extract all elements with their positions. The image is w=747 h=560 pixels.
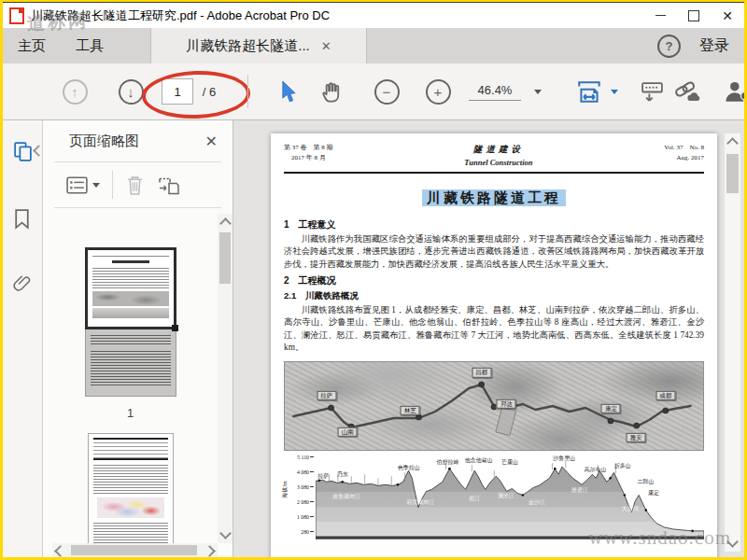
scroll-right-icon[interactable] [204,545,216,557]
help-icon[interactable]: ? [657,35,681,58]
next-page-button[interactable]: ↓ [115,63,147,119]
mountain-label: 芒康山 [501,458,518,467]
thumbnail-page-1[interactable] [85,247,176,397]
thumbnail-1-offscreen-area [85,329,176,397]
scroll-up-icon[interactable] [219,217,232,230]
panel-title: 页面缩略图 [69,133,139,150]
mountain-label: 拉萨 [317,472,329,481]
scroll-up-icon[interactable] [726,137,739,149]
close-button[interactable]: ✕ [711,3,744,28]
crop-pages-button[interactable] [157,175,181,196]
panel-horizontal-scrollbar[interactable] [52,543,218,557]
link-cloud-icon [672,79,701,104]
thumbnail-page-2[interactable] [88,433,174,543]
share-link-button[interactable] [669,63,703,119]
select-tool-button[interactable] [272,63,303,119]
section-2-heading: 2 工程概况 [284,274,704,287]
thumbnail-options-button[interactable] [65,175,100,195]
mountain-label: 沙鲁里山 [553,455,575,463]
map-city-label: 邦达 [497,399,516,409]
page-number-field[interactable] [163,63,191,119]
delete-pages-button[interactable] [125,175,145,196]
mountain-label: 伯舒拉岭 [436,458,458,467]
content-area: 页面缩略图 ✕ [3,120,744,557]
sign-in-button[interactable]: 登录 [699,36,729,56]
route-map-image: 拉萨山南林芝昌都邦达康定雅安成都 [284,361,704,451]
fill-sign-icon [640,79,665,105]
view-area-resize-handle[interactable] [172,325,178,331]
person-icon [724,79,744,104]
river-label: 雅砻江 [571,486,588,495]
panel-close-icon[interactable]: ✕ [205,133,218,150]
fit-width-icon [575,79,603,105]
hand-tool-button[interactable] [317,63,348,119]
thumbnails-toolbar [43,162,233,207]
attachments-rail-button[interactable] [12,273,32,293]
mountain-label: 二郎山 [638,478,655,486]
bookmark-icon [12,208,32,230]
thumbnail-1-visible-area[interactable] [85,247,176,329]
minus-icon: − [374,79,400,105]
section-2-1-paragraph: 川藏铁路线路布置见图 1，从成都经雅安、康定、昌都、林芝、山南到拉萨，依次穿越二… [284,304,704,355]
chevron-down-icon [534,90,542,94]
window-controls: ✕ [643,3,744,28]
selected-title-text[interactable]: 川藏铁路隧道工程 [422,189,566,206]
axis-tick: 2 080 [297,499,314,505]
minimize-icon [655,15,666,16]
fit-options-dropdown[interactable] [608,63,621,119]
map-city-label: 昌都 [472,368,491,377]
menubar-right: ? 登录 [657,28,744,63]
thumbnail-geo-map-image [97,497,164,518]
map-city-label: 拉萨 [317,390,336,399]
header-rule [284,172,704,174]
thumbnails-panel-header: 页面缩略图 ✕ [43,120,233,161]
screenshot-root: 川藏铁路超长隧道工程研究.pdf - Adobe Acrobat Pro DC … [0,0,747,560]
page-thumbnails-rail-button[interactable] [12,141,34,162]
bookmarks-rail-button[interactable] [12,208,32,230]
divider [112,171,113,199]
fit-width-button[interactable] [571,63,608,119]
map-city-label: 山南 [338,427,358,437]
scroll-down-icon[interactable] [219,527,232,539]
document-tab[interactable]: 川藏铁路超长隧道... ✕ [150,28,367,63]
river-label: 怒江 [470,495,481,503]
title-bar: 川藏铁路超长隧道工程研究.pdf - Adobe Acrobat Pro DC … [3,3,744,28]
crop-pages-icon [157,175,181,196]
scroll-left-icon[interactable] [54,545,66,557]
minimize-button[interactable] [643,3,677,28]
axis-tick: 5 110 [297,455,314,460]
menu-bar: 主页 工具 川藏铁路超长隧道... ✕ ? 登录 [3,28,744,63]
panel-scrollbar-thumb[interactable] [219,232,231,284]
fill-sign-button[interactable] [636,63,668,119]
mountain-label: 他念他翁山 [465,456,493,465]
document-tab-close-icon[interactable]: ✕ [321,39,331,53]
people-share-button[interactable] [720,63,744,119]
page-count: / 6 [195,63,223,119]
zoom-level-field[interactable]: 46.4% [465,63,525,119]
panel-hscrollbar-thumb[interactable] [71,545,197,555]
divider [54,207,221,208]
document-vertical-scrollbar[interactable] [725,133,740,552]
river-label: 易贡藏布江 [406,498,434,507]
mountain-label: 高尔寺山 [585,466,607,474]
journal-header: 第 37 卷 第 8 期 2017 年 8 月 隧道建设 Tunnel Cons… [284,143,704,169]
acrobat-window: 川藏铁路超长隧道工程研究.pdf - Adobe Acrobat Pro DC … [3,2,744,557]
previous-page-button[interactable]: ↑ [59,63,91,119]
acrobat-app-icon [9,7,24,24]
article-title: 川藏铁路隧道工程 [284,189,704,207]
axis-tick: 280 [301,529,314,535]
zoom-in-button[interactable]: + [422,63,454,119]
mountain-label: 色季拉山 [398,464,420,472]
zoom-out-button[interactable]: − [371,63,402,119]
zoom-dropdown-button[interactable] [531,63,544,119]
chevron-down-icon [92,183,100,188]
watermark-bottom-right: www.sndao.com [588,526,731,550]
trash-icon [125,175,145,196]
axis-tick: 4 080 [297,469,314,475]
page-number-input[interactable] [162,78,193,105]
panel-vertical-scrollbar[interactable] [218,214,233,543]
chevron-down-icon [611,90,618,94]
maximize-button[interactable] [677,3,711,28]
document-scrollbar-thumb[interactable] [726,154,739,193]
map-city-label: 康定 [601,403,621,413]
